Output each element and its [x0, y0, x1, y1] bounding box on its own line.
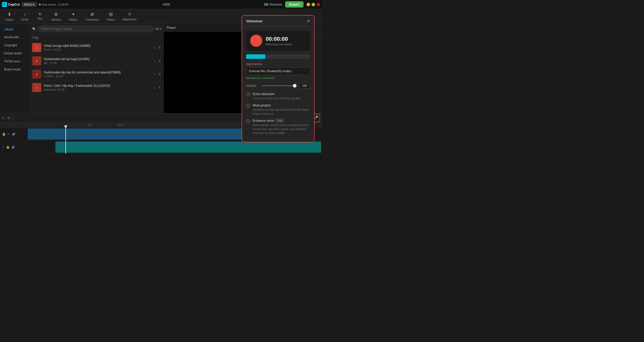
song-meta-3: A.TARU · 01:59 — [44, 75, 150, 78]
toolbar-label-text: Text — [37, 17, 42, 20]
song-title-1: Urban lounge style BGM(1148490) — [44, 44, 150, 48]
toolbar-item-audio[interactable]: ♪ Audio — [18, 10, 32, 22]
toolbar-item-import[interactable]: ⬇ Import — [2, 10, 17, 23]
favorite-button-2[interactable]: ☆ — [153, 59, 156, 63]
download-button-1[interactable]: ⬇ — [158, 46, 161, 50]
shortcuts-button[interactable]: ⌨ Shortcuts — [264, 3, 282, 6]
favorite-button-3[interactable]: ☆ — [153, 72, 156, 76]
mute-project-info: Mute project Sounds in all clips will be… — [253, 103, 310, 116]
download-button-4[interactable]: ⬇ — [158, 86, 161, 90]
echo-reduction-desc: Turn on to avoid echo from the speaker — [253, 97, 301, 100]
eye-icon[interactable]: 👁 — [7, 132, 10, 136]
toolbar-item-transitions[interactable]: ⇄ Transitions — [82, 10, 102, 23]
toolbar-label-stickers: Stickers — [51, 18, 61, 21]
download-button-2[interactable]: ⬇ — [158, 59, 161, 63]
record-button[interactable] — [250, 35, 262, 47]
mute-project-row: Mute project Sounds in all clips will be… — [246, 103, 310, 116]
top-bar: C CapCut Menu ▾ Auto saved · 11:00:59 04… — [0, 0, 322, 9]
transitions-icon: ⇄ — [90, 12, 94, 17]
echo-reduction-info: Echo reduction Turn on to avoid echo fro… — [253, 92, 301, 100]
toolbar-label-import: Import — [6, 18, 13, 21]
download-button-3[interactable]: ⬇ — [158, 72, 161, 76]
enhance-voice-row: Enhance voice Free Automatically remove … — [246, 119, 310, 135]
toolbar-label-effects: Effects — [69, 18, 77, 21]
echo-reduction-title: Echo reduction — [253, 92, 301, 96]
sidebar-item-brand-music[interactable]: Brand music — [1, 66, 29, 73]
toolbar-label-transitions: Transitions — [86, 18, 99, 21]
device-select[interactable]: External Mic (Realtek(R) Audio) — [246, 67, 310, 75]
audio-meter — [246, 54, 310, 59]
vlog-section-label: Vlog — [30, 34, 163, 41]
song-title-4: Piano / Chill / Hip Hop / Fashionable 2L… — [44, 84, 150, 88]
volume-icon[interactable]: 🔊 — [12, 132, 16, 136]
undo-button[interactable]: ↺ — [7, 116, 10, 120]
modal-title: Voiceover — [246, 19, 263, 23]
song-info-2: Fashionable lofi hip hop(1161585) aki · … — [44, 57, 150, 64]
filters-icon: ⊞ — [109, 12, 113, 17]
cursor-tool-button[interactable]: ↖ — [2, 116, 5, 120]
audio-settings-icon[interactable]: ⊙ — [2, 145, 5, 149]
sidebar-item-tiktok-sound[interactable]: TikTok soun... — [1, 58, 29, 65]
song-info-1: Urban lounge style BGM(1148490) Re·lax ·… — [44, 44, 150, 51]
search-input[interactable] — [38, 26, 154, 32]
project-title: 0408 — [163, 3, 170, 6]
audio-clip[interactable] — [55, 142, 321, 153]
audio-lock-icon[interactable]: 🔒 — [6, 145, 10, 149]
volume-input[interactable] — [299, 83, 310, 89]
all-filter-button[interactable]: All ≡ — [155, 27, 161, 31]
toolbar-item-text[interactable]: TI Text — [33, 11, 47, 22]
toolbar-item-filters[interactable]: ⊞ Filters — [103, 10, 118, 23]
video-track-controls: 🔒 👁 🔊 — [0, 132, 28, 136]
toolbar-label-adjustment: Adjustment — [123, 18, 136, 21]
top-bar-left: C CapCut Menu ▾ Auto saved · 11:00:59 — [2, 2, 69, 7]
favorite-button-4[interactable]: ☆ — [153, 86, 156, 90]
audio-track: ⊙ 🔒 🔊 — [0, 141, 322, 154]
modal-body: 00:00:00 Recording not started Input dev… — [242, 27, 314, 142]
favorite-button-1[interactable]: ☆ — [153, 46, 156, 50]
sidebar-item-music[interactable]: ♪ Music — [0, 26, 30, 33]
song-thumb-2: ♪ — [32, 56, 41, 65]
sidebar-item-sound-effects[interactable]: Sound effe... — [1, 33, 29, 41]
player-header: Player ⋯ — [164, 24, 247, 32]
song-title-2: Fashionable lofi hip hop(1161585) — [44, 57, 150, 61]
video-clip[interactable] — [28, 129, 263, 140]
search-icon: 🔍 — [32, 27, 36, 31]
import-icon: ⬇ — [8, 12, 11, 17]
auto-saved-dot — [39, 4, 41, 6]
export-button[interactable]: Export — [285, 1, 304, 8]
record-status: Recording not started — [266, 43, 292, 46]
audio-track-controls: ⊙ 🔒 🔊 — [0, 145, 28, 149]
top-bar-right: ⌨ Shortcuts Export — [264, 1, 320, 8]
song-item-4[interactable]: ♪ Piano / Chill / Hip Hop / Fashionable … — [30, 81, 163, 94]
toolbar-label-audio: Audio — [21, 18, 28, 21]
toolbar-item-effects[interactable]: ✦ Effects — [65, 10, 81, 23]
song-title-3: Fashionable hip-hop for commercials and … — [44, 71, 150, 74]
song-item-3[interactable]: ♪ Fashionable hip-hop for commercials an… — [30, 68, 163, 81]
song-info-4: Piano / Chill / Hip Hop / Fashionable 2L… — [44, 84, 150, 91]
text-icon: TI — [39, 12, 42, 16]
enhance-voice-toggle[interactable] — [246, 119, 250, 123]
playhead — [65, 127, 66, 154]
sidebar-item-extract-audio[interactable]: Extract audio — [1, 50, 29, 57]
close-button[interactable] — [317, 3, 320, 6]
mic-connected-status: Microphone connected — [246, 76, 310, 79]
modal-close-button[interactable]: ✕ — [307, 19, 310, 23]
mute-project-desc: Sounds in all clips will be turned off a… — [253, 108, 310, 116]
song-thumb-3: ♪ — [32, 70, 41, 79]
song-item-1[interactable]: ♪ Urban lounge style BGM(1148490) Re·lax… — [30, 41, 163, 54]
toolbar-item-stickers[interactable]: ⊕ Stickers — [48, 10, 64, 23]
maximize-button[interactable] — [312, 3, 315, 6]
sidebar-item-copyright[interactable]: Copyright — [1, 41, 29, 49]
toolbar-item-adjustment[interactable]: ≡ Adjustment — [119, 10, 140, 22]
song-actions-1: ☆ ⬇ — [153, 46, 161, 50]
lock-icon[interactable]: 🔒 — [2, 132, 6, 136]
audio-volume-icon[interactable]: 🔊 — [11, 145, 15, 149]
song-item-2[interactable]: ♪ Fashionable lofi hip hop(1161585) aki … — [30, 54, 163, 68]
volume-label: Volume — [246, 84, 259, 88]
adjustment-icon: ≡ — [128, 12, 131, 17]
mute-project-toggle[interactable] — [246, 104, 250, 108]
minimize-button[interactable] — [307, 3, 310, 6]
echo-reduction-toggle[interactable] — [246, 93, 250, 97]
volume-slider[interactable] — [261, 85, 296, 86]
menu-button[interactable]: Menu ▾ — [22, 2, 36, 7]
